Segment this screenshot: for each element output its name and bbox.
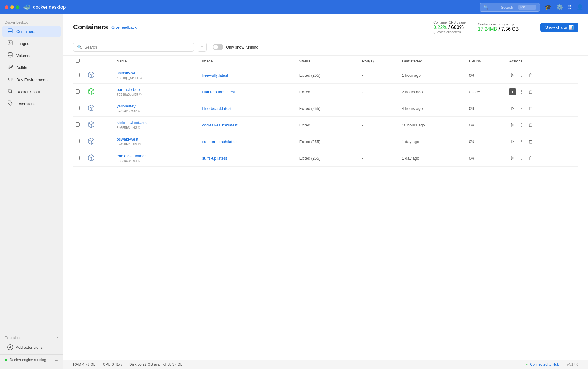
row-checkbox-yarr-matey[interactable] bbox=[76, 106, 80, 110]
sidebar-item-images[interactable]: Images bbox=[2, 38, 61, 49]
search-shortcut: ⌘K bbox=[518, 5, 536, 10]
close-button[interactable] bbox=[5, 5, 8, 9]
container-name-oswald-west[interactable]: oswald-west bbox=[117, 137, 198, 142]
container-name-barnacle-bob[interactable]: barnacle-bob bbox=[117, 87, 198, 92]
more-actions-button-endless-summer[interactable]: ⋮ bbox=[518, 154, 525, 162]
row-icon-cell bbox=[85, 67, 114, 84]
stop-button-barnacle-bob[interactable]: ■ bbox=[509, 88, 516, 95]
version-label: v4.17.0 bbox=[567, 362, 578, 367]
feedback-link[interactable]: Give feedback bbox=[111, 25, 137, 30]
row-image-cell: surfs-up:latest bbox=[200, 150, 297, 167]
extensions-more-button[interactable]: ··· bbox=[54, 335, 58, 340]
graduation-icon[interactable]: 🎓 bbox=[545, 4, 551, 11]
apps-grid-icon[interactable]: ⠿ bbox=[568, 4, 572, 11]
containers-table: Name Image Status Port(s) Last started C… bbox=[73, 56, 578, 167]
copy-id-button[interactable]: ⧉ bbox=[138, 159, 140, 163]
search-placeholder: Search bbox=[501, 5, 516, 10]
scout-icon bbox=[7, 88, 13, 95]
status-more-button[interactable]: ··· bbox=[55, 358, 58, 362]
container-id-splashy-whale: 43218j8jjf3411 ⧉ bbox=[117, 76, 198, 80]
row-last-started-cell: 2 hours ago bbox=[400, 84, 467, 100]
container-id-yarr-matey: 87324y65ff32 ⧉ bbox=[117, 109, 198, 113]
copy-id-button[interactable]: ⧉ bbox=[140, 76, 142, 80]
more-actions-button-oswald-west[interactable]: ⋮ bbox=[518, 138, 525, 145]
select-all-checkbox[interactable] bbox=[76, 59, 80, 63]
row-status-cell: Exited bbox=[297, 117, 360, 133]
sidebar-item-extensions[interactable]: Extensions bbox=[2, 98, 61, 110]
copy-id-button[interactable]: ⧉ bbox=[138, 142, 141, 146]
image-link-shrimp-clamtastic[interactable]: cocktail-sauce:latest bbox=[202, 123, 237, 127]
container-icon bbox=[88, 138, 95, 145]
sidebar-item-docker-scout[interactable]: Docker Scout bbox=[2, 86, 61, 97]
container-name-yarr-matey[interactable]: yarr-matey bbox=[117, 104, 198, 108]
start-button-oswald-west[interactable] bbox=[509, 138, 516, 145]
delete-button-splashy-whale[interactable] bbox=[527, 72, 534, 78]
delete-button-oswald-west[interactable] bbox=[527, 138, 534, 145]
start-button-shrimp-clamtastic[interactable] bbox=[509, 122, 516, 128]
filter-button[interactable]: ≡ bbox=[198, 43, 207, 52]
container-name-shrimp-clamtastic[interactable]: shrimp-clamtastic bbox=[117, 120, 198, 125]
container-id-oswald-west: 57438h2gff89 ⧉ bbox=[117, 142, 198, 146]
row-status-cell: Exited (255) bbox=[297, 100, 360, 117]
show-charts-button[interactable]: Show charts 📊 bbox=[540, 23, 578, 32]
row-checkbox-splashy-whale[interactable] bbox=[76, 73, 80, 77]
delete-button-shrimp-clamtastic[interactable] bbox=[527, 122, 534, 128]
row-checkbox-oswald-west[interactable] bbox=[76, 139, 80, 143]
row-name-cell: barnacle-bob 70398a3bdf55 ⧉ bbox=[114, 84, 200, 100]
ram-label: RAM bbox=[73, 362, 81, 367]
delete-button-yarr-matey[interactable] bbox=[527, 105, 534, 112]
connected-hub[interactable]: ✓ Connected to Hub bbox=[526, 362, 559, 367]
avatar[interactable]: 👤 bbox=[577, 4, 583, 11]
row-actions-cell: ⋮ bbox=[507, 100, 578, 117]
table-header: Name Image Status Port(s) Last started C… bbox=[73, 56, 578, 67]
cpu-current: 0.22% bbox=[433, 25, 447, 30]
container-name-splashy-whale[interactable]: splashy-whale bbox=[117, 71, 198, 75]
start-button-splashy-whale[interactable] bbox=[509, 72, 516, 78]
delete-button-barnacle-bob[interactable] bbox=[527, 88, 534, 95]
image-link-yarr-matey[interactable]: blue-beard:latest bbox=[202, 106, 231, 111]
footer: RAM 4.78 GB CPU 0.41% Disk 50.22 GB avai… bbox=[63, 360, 588, 369]
more-actions-button-yarr-matey[interactable]: ⋮ bbox=[518, 105, 525, 112]
more-actions-button-splashy-whale[interactable]: ⋮ bbox=[518, 72, 525, 79]
image-link-barnacle-bob[interactable]: bikini-bottom:latest bbox=[202, 90, 235, 94]
more-actions-button-barnacle-bob[interactable]: ⋮ bbox=[518, 88, 525, 95]
table-body: splashy-whale 43218j8jjf3411 ⧉ free-will… bbox=[73, 67, 578, 167]
more-actions-button-shrimp-clamtastic[interactable]: ⋮ bbox=[518, 121, 525, 129]
copy-id-button[interactable]: ⧉ bbox=[138, 109, 140, 113]
ram-value: 4.78 GB bbox=[82, 362, 96, 367]
image-link-endless-summer[interactable]: surfs-up:latest bbox=[202, 156, 227, 161]
th-icon bbox=[85, 56, 114, 67]
row-checkbox-barnacle-bob[interactable] bbox=[76, 89, 80, 94]
start-button-yarr-matey[interactable] bbox=[509, 105, 516, 112]
row-icon-cell bbox=[85, 133, 114, 150]
th-actions: Actions bbox=[507, 56, 578, 67]
mem-label: Container memory usage bbox=[478, 22, 519, 26]
global-search[interactable]: 🔍 Search ⌘K bbox=[480, 3, 540, 12]
copy-id-button[interactable]: ⧉ bbox=[139, 92, 142, 96]
row-icon-cell bbox=[85, 100, 114, 117]
container-name-endless-summer[interactable]: endless-summer bbox=[117, 154, 198, 158]
image-link-oswald-west[interactable]: cannon-beach:latest bbox=[202, 139, 237, 144]
sidebar-item-containers[interactable]: Containers bbox=[2, 26, 61, 37]
only-running-toggle[interactable] bbox=[213, 44, 223, 50]
minimize-button[interactable] bbox=[10, 5, 14, 9]
sidebar-item-volumes[interactable]: Volumes bbox=[2, 50, 61, 61]
copy-id-button[interactable]: ⧉ bbox=[138, 126, 140, 129]
traffic-lights bbox=[5, 5, 19, 9]
svg-marker-15 bbox=[511, 123, 514, 127]
row-checkbox-shrimp-clamtastic[interactable] bbox=[76, 122, 80, 127]
sidebar-item-dev-environments[interactable]: Dev Environments bbox=[2, 74, 61, 85]
delete-button-endless-summer[interactable] bbox=[527, 155, 534, 161]
cpu-value: 0.41% bbox=[112, 362, 122, 367]
start-button-endless-summer[interactable] bbox=[509, 155, 516, 161]
row-image-cell: blue-beard:latest bbox=[200, 100, 297, 117]
maximize-button[interactable] bbox=[16, 5, 19, 9]
search-input[interactable] bbox=[85, 45, 190, 49]
add-extensions-button[interactable]: + Add extensions bbox=[2, 342, 61, 353]
image-link-splashy-whale[interactable]: free-willy:latest bbox=[202, 73, 228, 78]
sidebar-item-label: Dev Environments bbox=[16, 78, 48, 82]
extensions-section-header: Extensions ··· bbox=[0, 332, 63, 342]
settings-icon[interactable]: ⚙️ bbox=[556, 4, 563, 11]
row-checkbox-endless-summer[interactable] bbox=[76, 156, 80, 160]
sidebar-item-builds[interactable]: Builds bbox=[2, 62, 61, 73]
